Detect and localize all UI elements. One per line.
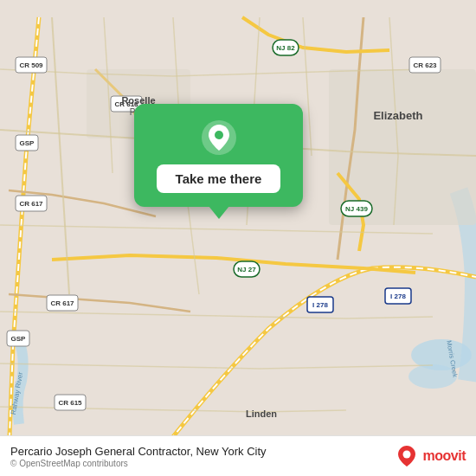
svg-text:NJ 27: NJ 27 [237,266,256,273]
popup-card: Take me there [134,104,303,207]
svg-text:CR 509: CR 509 [19,61,43,69]
svg-text:CR 615: CR 615 [58,399,82,407]
moovit-logo: moovit [395,444,466,468]
moovit-logo-icon [395,444,419,468]
svg-text:GSP: GSP [11,335,27,343]
svg-text:NJ 82: NJ 82 [276,44,295,52]
svg-text:GSP: GSP [20,139,35,147]
location-pin-icon [201,119,237,156]
svg-text:Elizabeth: Elizabeth [373,109,422,122]
moovit-label: moovit [423,448,466,464]
svg-point-1 [408,364,457,389]
take-me-there-button[interactable]: Take me there [157,164,281,193]
svg-text:Linden: Linden [246,408,277,419]
svg-text:I 278: I 278 [312,301,328,309]
svg-text:CR 617: CR 617 [19,200,43,208]
svg-text:I 278: I 278 [390,293,406,300]
map-container: CR 509 CR 616 NJ 82 CR 623 GSP CR 617 NJ… [0,0,476,476]
bottom-bar: Percario Joseph General Contractor, New … [0,435,476,476]
svg-point-38 [215,131,223,139]
svg-text:CR 617: CR 617 [50,299,74,307]
attribution-text: © OpenStreetMap contributors [10,459,267,468]
svg-text:NJ 439: NJ 439 [345,205,368,213]
bottom-bar-left: Percario Joseph General Contractor, New … [10,445,267,468]
svg-point-39 [402,451,410,459]
location-text: Percario Joseph General Contractor, New … [10,445,267,458]
svg-text:CR 623: CR 623 [413,61,437,69]
map-svg: CR 509 CR 616 NJ 82 CR 623 GSP CR 617 NJ… [0,0,476,476]
